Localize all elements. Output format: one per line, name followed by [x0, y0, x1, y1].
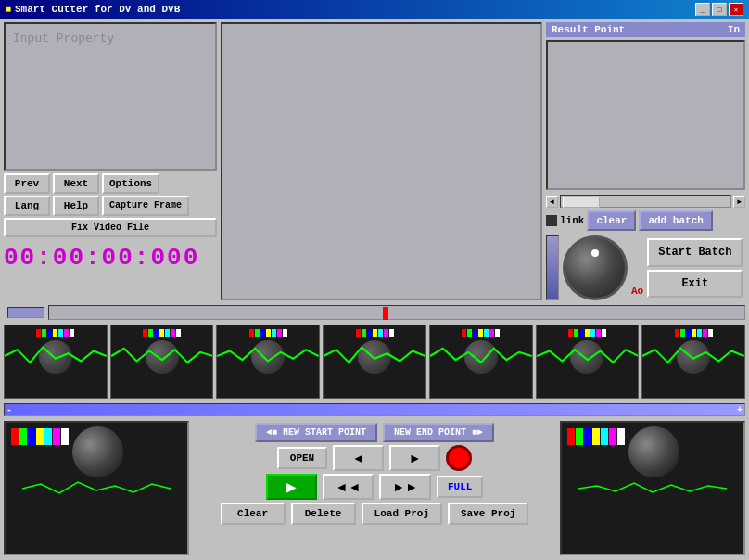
- full-button[interactable]: FULL: [437, 476, 483, 498]
- mini-slider[interactable]: [7, 307, 44, 318]
- seek-track[interactable]: [48, 305, 745, 320]
- save-proj-button[interactable]: Save Proj: [448, 503, 528, 525]
- rew-button[interactable]: ◄◄: [323, 474, 374, 500]
- next-button[interactable]: Next: [53, 173, 99, 194]
- help-button[interactable]: Help: [53, 196, 99, 216]
- minimize-button[interactable]: _: [695, 3, 710, 16]
- clear-button[interactable]: clear: [587, 210, 636, 231]
- lang-button[interactable]: Lang: [4, 196, 50, 216]
- volume-slider[interactable]: [546, 235, 559, 300]
- progress-bar[interactable]: - +: [4, 403, 745, 416]
- new-end-point-button[interactable]: NEW END POINT ■►: [383, 423, 494, 442]
- progress-minus-icon: -: [6, 405, 12, 415]
- thumbnail-4[interactable]: [323, 325, 426, 399]
- add-batch-button[interactable]: add batch: [639, 210, 712, 231]
- thumbnail-6[interactable]: [536, 325, 640, 399]
- load-proj-button[interactable]: Load Proj: [362, 503, 442, 525]
- ffw-button[interactable]: ►►: [379, 474, 431, 500]
- step-back-button[interactable]: ◄: [333, 445, 384, 471]
- result-point-header: Result Point In: [546, 22, 745, 37]
- scroll-thumb[interactable]: [563, 197, 600, 208]
- result-list: [546, 40, 745, 190]
- delete-button[interactable]: Delete: [291, 503, 356, 525]
- thumbnail-7[interactable]: [641, 325, 745, 399]
- app-title: Smart Cutter for DV and DVB: [15, 4, 180, 15]
- thumbnail-5[interactable]: [429, 325, 533, 399]
- bottom-preview-right: [560, 421, 745, 555]
- prev-button[interactable]: Prev: [4, 173, 50, 194]
- link-label: link: [560, 215, 584, 226]
- thumbnail-1[interactable]: [4, 325, 108, 399]
- close-button[interactable]: ✕: [729, 3, 743, 16]
- input-property-box: Input Property: [4, 22, 217, 171]
- step-fwd-button[interactable]: ►: [389, 445, 440, 471]
- scroll-track: [560, 195, 731, 208]
- fix-video-button[interactable]: Fix Video File: [4, 218, 217, 237]
- scroll-right-button[interactable]: ►: [733, 196, 745, 208]
- time-display: 00:00:00:000: [4, 244, 217, 272]
- new-start-point-button[interactable]: ◄■ NEW START POINT: [255, 423, 377, 442]
- open-button[interactable]: OPEN: [277, 447, 327, 469]
- play-button[interactable]: ▶: [266, 474, 317, 500]
- maximize-button[interactable]: □: [712, 3, 727, 16]
- start-batch-button[interactable]: Start Batch: [647, 238, 743, 268]
- capture-frame-button[interactable]: Capture Frame: [102, 196, 189, 216]
- exit-button[interactable]: Exit: [647, 270, 743, 298]
- seek-thumb: [383, 307, 388, 320]
- clear-action-button[interactable]: Clear: [221, 503, 286, 525]
- options-button[interactable]: Options: [102, 173, 159, 194]
- ao-label: Ao: [631, 286, 643, 297]
- title-bar: ■ Smart Cutter for DV and DVB _ □ ✕: [0, 0, 749, 19]
- record-button[interactable]: [446, 445, 472, 471]
- volume-knob[interactable]: [563, 235, 628, 300]
- input-property-label: Input Property: [13, 32, 114, 45]
- thumbnail-3[interactable]: [216, 325, 320, 399]
- app-icon: ■: [6, 5, 11, 15]
- bottom-preview-left: [4, 421, 189, 555]
- progress-plus-icon: +: [737, 405, 743, 415]
- preview-area: [221, 22, 542, 300]
- thumbnail-2[interactable]: [110, 325, 214, 399]
- scroll-left-button[interactable]: ◄: [546, 196, 558, 208]
- link-indicator: [546, 215, 557, 226]
